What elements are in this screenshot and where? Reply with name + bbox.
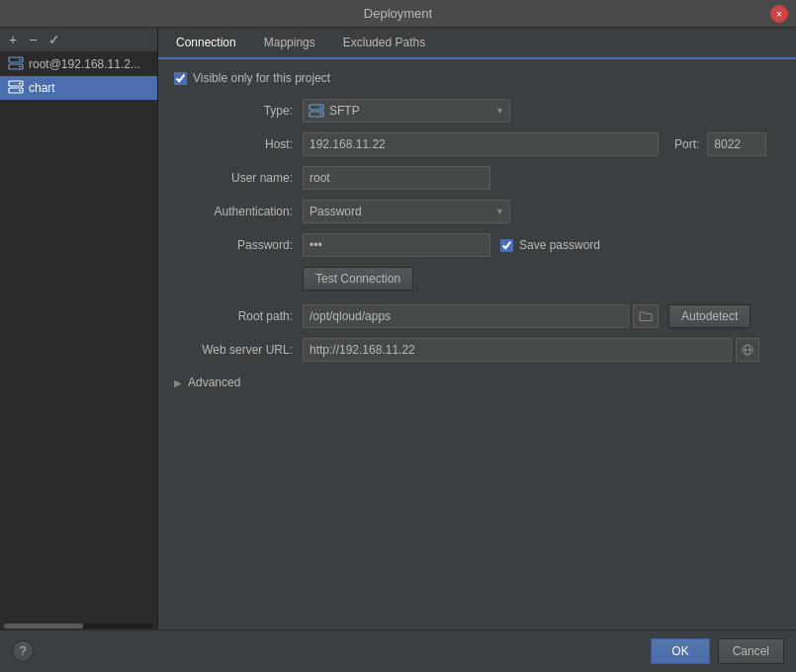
help-button[interactable]: ? bbox=[12, 640, 34, 662]
bottom-bar: ? OK Cancel bbox=[0, 630, 796, 672]
root-path-label: Root path: bbox=[174, 309, 303, 323]
type-label: Type: bbox=[174, 104, 303, 118]
bottom-right: OK Cancel bbox=[651, 638, 784, 664]
ok-button[interactable]: OK bbox=[651, 638, 709, 664]
form-area: Visible only for this project Type: bbox=[158, 59, 796, 630]
chart-icon bbox=[8, 80, 24, 96]
main-area: + − ✓ root@192.168.11.2... bbox=[0, 28, 796, 630]
dialog-title: Deployment bbox=[364, 6, 432, 21]
password-label: Password: bbox=[174, 238, 303, 252]
svg-point-3 bbox=[19, 66, 21, 68]
svg-point-7 bbox=[19, 90, 21, 92]
advanced-arrow-icon: ▶ bbox=[174, 378, 182, 388]
web-server-url-label: Web server URL: bbox=[174, 343, 303, 357]
username-input[interactable] bbox=[303, 166, 490, 190]
tab-connection[interactable]: Connection bbox=[162, 28, 250, 59]
url-open-button[interactable] bbox=[736, 338, 759, 362]
password-group: Save password bbox=[303, 233, 600, 257]
cancel-button[interactable]: Cancel bbox=[718, 638, 784, 664]
test-connection-wrapper: Test Connection bbox=[303, 267, 780, 291]
type-select-wrapper: SFTP FTP FTPS Local or mounted folder ▼ bbox=[303, 99, 510, 123]
server-icon bbox=[8, 56, 24, 72]
visible-only-row: Visible only for this project bbox=[174, 71, 780, 85]
save-password-row: Save password bbox=[500, 238, 600, 252]
root-path-row: Root path: Autodetect bbox=[174, 304, 780, 328]
username-row: User name: bbox=[174, 166, 780, 190]
visible-only-checkbox[interactable] bbox=[174, 72, 187, 85]
host-row: Host: Port: bbox=[174, 132, 780, 156]
sidebar-toolbar: + − ✓ bbox=[0, 28, 157, 52]
auth-select[interactable]: Password Key pair OpenSSH config and aut… bbox=[303, 200, 510, 223]
browse-folder-button[interactable] bbox=[633, 304, 659, 328]
root-path-group: Autodetect bbox=[303, 304, 751, 328]
web-server-url-row: Web server URL: bbox=[174, 338, 780, 362]
scrollbar-track bbox=[4, 624, 153, 629]
visible-only-label: Visible only for this project bbox=[193, 71, 330, 85]
auth-label: Authentication: bbox=[174, 205, 303, 218]
sidebar-item-chart-label: chart bbox=[29, 81, 55, 95]
type-select[interactable]: SFTP FTP FTPS Local or mounted folder bbox=[303, 99, 510, 123]
save-password-checkbox[interactable] bbox=[500, 239, 513, 252]
port-input[interactable] bbox=[707, 132, 766, 156]
username-label: User name: bbox=[174, 171, 303, 185]
sidebar-scrollbar bbox=[0, 622, 157, 630]
scrollbar-thumb bbox=[4, 624, 83, 629]
right-panel: Connection Mappings Excluded Paths Visib… bbox=[158, 28, 796, 630]
sidebar-item-chart[interactable]: chart bbox=[0, 76, 157, 100]
url-group bbox=[303, 338, 759, 362]
tab-bar: Connection Mappings Excluded Paths bbox=[158, 28, 796, 59]
advanced-toggle[interactable]: ▶ Advanced bbox=[174, 372, 780, 393]
host-port-group: Port: bbox=[303, 132, 766, 156]
auth-row: Authentication: Password Key pair OpenSS… bbox=[174, 200, 780, 223]
root-path-input[interactable] bbox=[303, 304, 629, 328]
password-row: Password: Save password bbox=[174, 233, 780, 257]
tab-excluded-paths[interactable]: Excluded Paths bbox=[329, 28, 439, 57]
test-connection-button[interactable]: Test Connection bbox=[303, 267, 413, 291]
advanced-section: ▶ Advanced bbox=[174, 372, 780, 393]
confirm-server-button[interactable]: ✓ bbox=[45, 32, 63, 47]
sidebar-item-root-label: root@192.168.11.2... bbox=[29, 57, 140, 71]
sidebar-item-root[interactable]: root@192.168.11.2... bbox=[0, 52, 157, 76]
add-server-button[interactable]: + bbox=[6, 32, 20, 47]
advanced-label: Advanced bbox=[188, 376, 240, 389]
host-label: Host: bbox=[174, 137, 303, 151]
autodetect-button[interactable]: Autodetect bbox=[668, 304, 751, 328]
port-label: Port: bbox=[674, 137, 699, 151]
deployment-dialog: Deployment × + − ✓ root@192.1 bbox=[0, 0, 796, 672]
sidebar: + − ✓ root@192.168.11.2... bbox=[0, 28, 158, 630]
svg-point-6 bbox=[19, 83, 21, 85]
host-input[interactable] bbox=[303, 132, 659, 156]
password-input[interactable] bbox=[303, 233, 490, 257]
type-row: Type: SFTP FTP bbox=[174, 99, 780, 123]
svg-point-2 bbox=[19, 59, 21, 61]
auth-select-wrapper: Password Key pair OpenSSH config and aut… bbox=[303, 200, 510, 223]
bottom-left: ? bbox=[12, 640, 34, 662]
web-server-url-input[interactable] bbox=[303, 338, 732, 362]
tab-mappings[interactable]: Mappings bbox=[250, 28, 329, 57]
save-password-label: Save password bbox=[519, 238, 600, 252]
title-bar: Deployment × bbox=[0, 0, 796, 28]
close-button[interactable]: × bbox=[770, 5, 788, 23]
remove-server-button[interactable]: − bbox=[26, 32, 40, 47]
